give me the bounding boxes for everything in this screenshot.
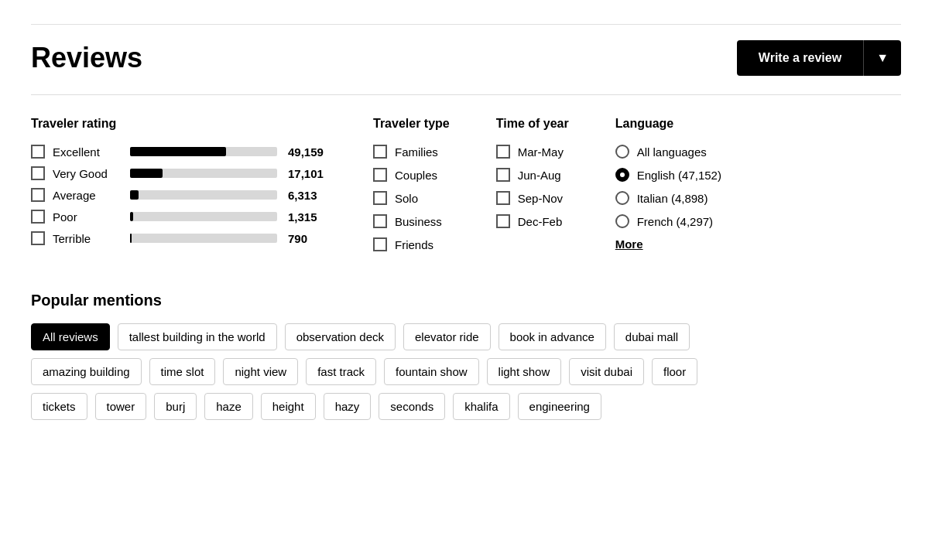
popular-tag[interactable]: light show bbox=[487, 358, 562, 385]
popular-mentions-section: Popular mentions All reviewstallest buil… bbox=[31, 292, 901, 420]
language-radio[interactable] bbox=[615, 168, 629, 182]
language-option-row: Italian (4,898) bbox=[615, 191, 721, 205]
time-checkbox[interactable] bbox=[496, 191, 510, 205]
language-label: English (47,152) bbox=[637, 169, 721, 182]
popular-tag[interactable]: tower bbox=[95, 393, 147, 420]
rating-count: 790 bbox=[288, 232, 327, 245]
time-checkbox[interactable] bbox=[496, 168, 510, 182]
rating-row: Average6,313 bbox=[31, 188, 327, 202]
language-radio[interactable] bbox=[615, 145, 629, 159]
traveler-type-label: Friends bbox=[395, 238, 433, 251]
popular-tag[interactable]: time slot bbox=[149, 358, 216, 385]
traveler-type-label: Families bbox=[395, 145, 438, 159]
popular-tag[interactable]: floor bbox=[652, 358, 697, 385]
language-label: French (4,297) bbox=[637, 215, 713, 228]
rating-row: Terrible790 bbox=[31, 231, 327, 245]
rating-label: Poor bbox=[53, 210, 122, 224]
traveler-type-checkbox[interactable] bbox=[373, 145, 387, 159]
popular-tag[interactable]: tickets bbox=[31, 393, 87, 420]
reviews-title: Reviews bbox=[31, 42, 142, 74]
rating-count: 6,313 bbox=[288, 189, 327, 202]
rating-checkbox[interactable] bbox=[31, 188, 45, 202]
traveler-type-section: Traveler type FamiliesCouplesSoloBusines… bbox=[373, 117, 450, 261]
time-checkbox[interactable] bbox=[496, 214, 510, 228]
rating-row: Very Good17,101 bbox=[31, 166, 327, 180]
traveler-rating-title: Traveler rating bbox=[31, 117, 327, 131]
write-review-button[interactable]: Write a review bbox=[737, 40, 863, 76]
popular-tag[interactable]: fountain show bbox=[384, 358, 479, 385]
language-container: All languagesEnglish (47,152)Italian (4,… bbox=[615, 145, 721, 228]
rating-bar-fill bbox=[130, 147, 226, 156]
traveler-types-container: FamiliesCouplesSoloBusinessFriends bbox=[373, 145, 450, 251]
time-label: Mar-May bbox=[518, 145, 564, 159]
rating-bar-container bbox=[130, 190, 277, 200]
ratings-container: Excellent49,159Very Good17,101Average6,3… bbox=[31, 145, 327, 245]
traveler-type-checkbox[interactable] bbox=[373, 214, 387, 228]
language-section: Language All languagesEnglish (47,152)It… bbox=[615, 117, 721, 261]
write-review-dropdown-button[interactable]: ▼ bbox=[863, 40, 901, 76]
popular-tag[interactable]: haze bbox=[204, 393, 253, 420]
language-radio[interactable] bbox=[615, 214, 629, 228]
popular-tag[interactable]: burj bbox=[154, 393, 197, 420]
traveler-type-label: Solo bbox=[395, 192, 418, 205]
rating-checkbox[interactable] bbox=[31, 166, 45, 180]
popular-tag[interactable]: tallest building in the world bbox=[118, 323, 277, 350]
traveler-type-checkbox[interactable] bbox=[373, 237, 387, 251]
divider bbox=[31, 94, 901, 95]
popular-tag[interactable]: visit dubai bbox=[569, 358, 644, 385]
language-option-row: All languages bbox=[615, 145, 721, 159]
rating-bar-fill bbox=[130, 212, 133, 221]
popular-tag[interactable]: hazy bbox=[324, 393, 372, 420]
more-languages-link[interactable]: More bbox=[615, 237, 721, 251]
popular-tag[interactable]: dubai mall bbox=[614, 323, 690, 350]
popular-tag[interactable]: amazing building bbox=[31, 358, 142, 385]
traveler-type-title: Traveler type bbox=[373, 117, 450, 131]
popular-tag[interactable]: seconds bbox=[379, 393, 445, 420]
rating-bar-container bbox=[130, 234, 277, 243]
tags-row-2: amazing buildingtime slotnight viewfast … bbox=[31, 358, 901, 385]
popular-tag[interactable]: khalifa bbox=[453, 393, 509, 420]
traveler-rating-section: Traveler rating Excellent49,159Very Good… bbox=[31, 117, 327, 261]
popular-tag[interactable]: fast track bbox=[306, 358, 376, 385]
traveler-type-checkbox[interactable] bbox=[373, 168, 387, 182]
rating-label: Excellent bbox=[53, 145, 122, 159]
popular-tag[interactable]: elevator ride bbox=[403, 323, 491, 350]
rating-bar-container bbox=[130, 169, 277, 178]
rating-bar-container bbox=[130, 147, 277, 156]
rating-checkbox[interactable] bbox=[31, 145, 45, 159]
language-title: Language bbox=[615, 117, 721, 131]
language-radio[interactable] bbox=[615, 191, 629, 205]
language-option-row: English (47,152) bbox=[615, 168, 721, 182]
traveler-type-checkbox[interactable] bbox=[373, 191, 387, 205]
popular-tag[interactable]: observation deck bbox=[285, 323, 396, 350]
time-of-year-row: Dec-Feb bbox=[496, 214, 569, 228]
time-checkbox[interactable] bbox=[496, 145, 510, 159]
rating-row: Excellent49,159 bbox=[31, 145, 327, 159]
rating-label: Average bbox=[53, 189, 122, 202]
rating-checkbox[interactable] bbox=[31, 231, 45, 245]
rating-bar-container bbox=[130, 212, 277, 221]
rating-count: 1,315 bbox=[288, 210, 327, 224]
traveler-type-row: Friends bbox=[373, 237, 450, 251]
rating-label: Very Good bbox=[53, 167, 122, 180]
traveler-type-row: Business bbox=[373, 214, 450, 228]
rating-count: 49,159 bbox=[288, 145, 327, 159]
popular-tag[interactable]: engineering bbox=[518, 393, 601, 420]
language-option-row: French (4,297) bbox=[615, 214, 721, 228]
time-label: Jun-Aug bbox=[518, 169, 561, 182]
popular-mentions-title: Popular mentions bbox=[31, 292, 901, 309]
rating-row: Poor1,315 bbox=[31, 210, 327, 224]
time-label: Dec-Feb bbox=[518, 215, 563, 228]
tags-row-1: All reviewstallest building in the world… bbox=[31, 323, 901, 350]
rating-bar-fill bbox=[130, 234, 132, 243]
popular-tag[interactable]: book in advance bbox=[499, 323, 606, 350]
time-container: Mar-MayJun-AugSep-NovDec-Feb bbox=[496, 145, 569, 228]
popular-tag[interactable]: All reviews bbox=[31, 323, 110, 350]
language-label: All languages bbox=[637, 145, 707, 159]
time-of-year-row: Sep-Nov bbox=[496, 191, 569, 205]
rating-bar-fill bbox=[130, 190, 139, 200]
popular-tag[interactable]: height bbox=[261, 393, 316, 420]
rating-checkbox[interactable] bbox=[31, 210, 45, 224]
popular-tag[interactable]: night view bbox=[223, 358, 298, 385]
traveler-type-label: Couples bbox=[395, 169, 437, 182]
